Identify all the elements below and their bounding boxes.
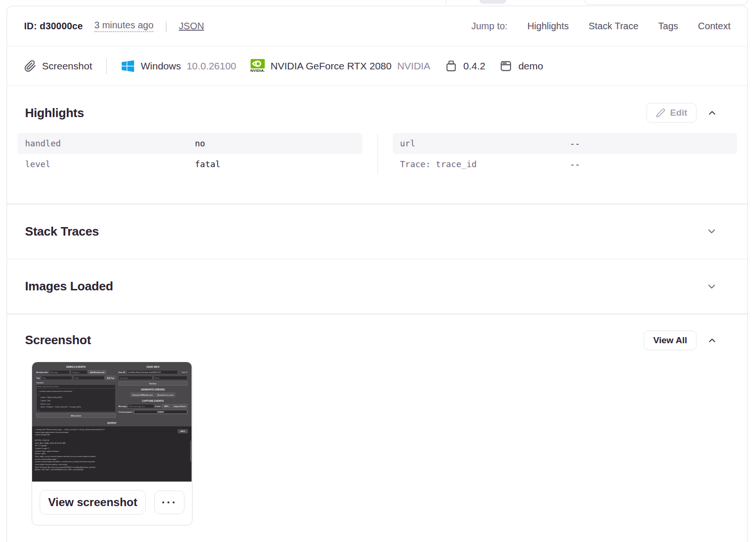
thumb-context-label: Context — [36, 381, 43, 384]
images-loaded-title: Images Loaded — [25, 279, 113, 294]
jump-link-stack-trace[interactable]: Stack Trace — [588, 21, 638, 32]
highlight-value: -- — [570, 138, 730, 149]
os-item: Windows 10.0.26100 — [121, 59, 236, 73]
window-icon — [499, 59, 512, 73]
screenshot-thumbnail[interactable]: ENRICH EVENTS Breadcrumb: Message Catego… — [32, 362, 192, 482]
highlight-row-handled: handled no — [17, 133, 362, 154]
gpu-vendor: NVIDIA — [397, 60, 430, 72]
gpu-name: NVIDIA GeForce RTX 2080 — [270, 60, 391, 72]
jump-link-highlights[interactable]: Highlights — [527, 21, 569, 32]
nvidia-logo-icon: NVIDIA. — [251, 59, 265, 73]
thumb-crash-button: CRASH! — [134, 410, 187, 414]
context-separator — [106, 58, 107, 74]
gpu-item: NVIDIA. NVIDIA GeForce RTX 2080 NVIDIA — [251, 59, 430, 73]
thumb-enrich-title: ENRICH EVENTS — [36, 365, 116, 368]
screenshot-section: Screenshot View All ENRICH EVENTS — [7, 314, 748, 525]
event-header: ID: d30000ce 3 minutes ago | JSON Jump t… — [7, 6, 748, 46]
windows-logo-icon — [121, 59, 135, 73]
thumb-output-title: OUTPUT — [36, 422, 187, 424]
release-version: 0.4.2 — [463, 60, 486, 72]
thumb-tag-key-input: Key — [42, 376, 72, 380]
highlights-section: Highlights Edit handled no — [7, 86, 748, 203]
screenshot-actions: View screenshot ··· — [32, 482, 192, 525]
event-details-page: ID: d30000ce 3 minutes ago | JSON Jump t… — [0, 0, 756, 542]
thumb-log-scrollbar — [190, 440, 191, 461]
jump-to-label: Jump to: — [471, 21, 508, 32]
thumb-username-input: Username — [118, 376, 152, 380]
release-item: 0.4.2 — [445, 59, 486, 73]
thumb-level-label: Level: — [155, 405, 161, 407]
thumb-crash-label: Crash program: — [118, 411, 133, 413]
thumb-log-text: x-sentry-auth: Sentry sentry_key=..., se… — [35, 428, 105, 471]
images-loaded-expand-chevron-down-icon[interactable] — [706, 281, 717, 292]
paperclip-icon — [24, 60, 36, 72]
thumb-add-breadcrumb-button: Add Breadcrumb — [88, 370, 106, 374]
package-icon — [445, 59, 458, 73]
highlight-row-url: url -- — [393, 133, 738, 154]
nvidia-wordmark: NVIDIA. — [251, 69, 265, 73]
thumb-breadcrumb-message-input: Message — [49, 370, 69, 374]
thumb-tag-label: Tag: — [36, 377, 40, 379]
screenshot-title: Screenshot — [25, 333, 91, 347]
view-all-button[interactable]: View All — [644, 330, 697, 350]
thumb-output-log: x-sentry-auth: Sentry sentry_key=..., se… — [32, 426, 192, 481]
highlight-key: Trace: trace_id — [400, 159, 570, 170]
highlights-collapse-chevron-up-icon[interactable] — [707, 108, 717, 118]
jump-link-context[interactable]: Context — [698, 21, 731, 32]
top-cropped-button — [584, 0, 748, 5]
thumb-generate-gdscript-button: Generate GDScript error — [131, 393, 154, 397]
thumb-infer-ip-label: Infer IP — [182, 371, 187, 373]
highlights-table: handled no level fatal url -- Trace: tra… — [17, 133, 737, 175]
highlight-value: no — [195, 138, 355, 149]
thumb-capture-events-title: CAPTURE EVENTS — [118, 399, 187, 402]
highlight-key: url — [400, 138, 570, 149]
thumb-info-badge: INFO — [177, 429, 188, 433]
pencil-icon — [656, 108, 665, 118]
thumb-breadcrumb-label: Breadcrumb: — [36, 371, 48, 373]
screenshot-card: ENRICH EVENTS Breadcrumb: Message Catego… — [32, 362, 193, 525]
thumb-context-code: # custom context expressed as a dictiona… — [36, 389, 116, 412]
thumb-level-select: INFO — [162, 404, 171, 408]
context-bar: Screenshot Windows 10.0.26100 NVIDIA. NV… — [7, 46, 748, 86]
stack-traces-title: Stack Traces — [25, 224, 99, 239]
environment-name: demo — [518, 60, 543, 72]
highlight-row-level: level fatal — [17, 154, 362, 175]
attachment-item[interactable]: Screenshot — [24, 60, 92, 72]
environment-item: demo — [499, 59, 543, 73]
thumb-capture-event-button: Capture Event — [172, 404, 187, 408]
top-cropped-divider — [446, 0, 446, 4]
event-timestamp-link[interactable]: 3 minutes ago — [94, 20, 154, 32]
edit-button-label: Edit — [670, 108, 687, 118]
stack-traces-expand-chevron-down-icon[interactable] — [706, 226, 717, 237]
top-cropped-pill — [479, 0, 506, 4]
jump-link-tags[interactable]: Tags — [658, 21, 678, 32]
thumb-generate-cpp-button: Generate C++ error — [156, 393, 175, 397]
mini-app-screenshot: ENRICH EVENTS Breadcrumb: Message Catego… — [32, 362, 192, 482]
highlight-value: -- — [570, 159, 730, 170]
edit-highlights-button[interactable]: Edit — [647, 103, 697, 123]
thumb-tag-value-input: Value — [73, 376, 104, 380]
thumb-user-id-label: User ID: — [118, 371, 126, 373]
screenshot-collapse-chevron-up-icon[interactable] — [707, 335, 717, 346]
stack-traces-section: Stack Traces — [7, 204, 748, 259]
images-loaded-section: Images Loaded — [7, 259, 748, 313]
event-card: ID: d30000ce 3 minutes ago | JSON Jump t… — [7, 6, 748, 542]
highlight-key: handled — [25, 138, 195, 149]
highlight-value: fatal — [195, 159, 355, 170]
thumb-user-id-input: a9c35f9f-290b-471d-dbcb-3ad096821733 — [127, 370, 178, 374]
view-all-label: View All — [653, 335, 687, 346]
screenshot-more-button[interactable]: ··· — [154, 491, 185, 514]
view-screenshot-button[interactable]: View screenshot — [40, 490, 146, 515]
json-link[interactable]: JSON — [179, 21, 204, 32]
thumb-generate-errors-title: GENERATE ERRORS — [118, 388, 187, 391]
highlight-row-trace-id: Trace: trace_id -- — [393, 154, 738, 175]
thumb-message-input: Enter message text... — [128, 404, 154, 408]
thumb-add-tag-button: Add Tag — [105, 376, 116, 380]
highlights-title: Highlights — [25, 106, 84, 120]
event-id: ID: d30000ce — [24, 21, 83, 32]
thumb-infer-ip-checkbox — [179, 371, 181, 373]
thumb-message-label: Message: — [118, 405, 127, 407]
thumb-add-context-button: Add context — [36, 414, 116, 418]
header-divider: | — [165, 20, 168, 32]
thumb-set-user-button: Set User — [118, 381, 187, 386]
